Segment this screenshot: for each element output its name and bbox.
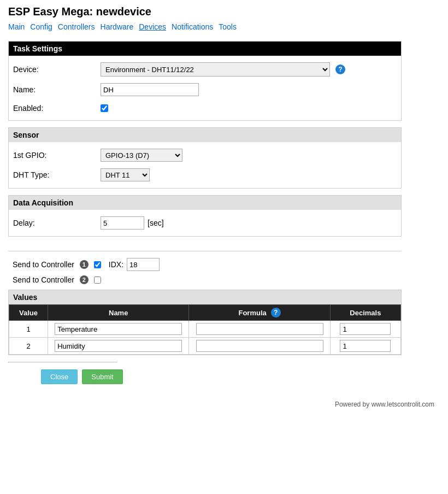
col-value: Value bbox=[9, 305, 48, 321]
row-decimals-cell-2[interactable] bbox=[330, 338, 400, 355]
nav-devices[interactable]: Devices bbox=[139, 22, 166, 31]
nav-notifications[interactable]: Notifications bbox=[172, 22, 213, 31]
col-decimals: Decimals bbox=[330, 305, 400, 321]
data-acquisition-header: Data Acquisition bbox=[9, 196, 401, 210]
enabled-checkbox[interactable] bbox=[101, 104, 108, 112]
row-decimals-cell-1[interactable] bbox=[330, 321, 400, 338]
sensor-section: Sensor 1st GPIO: GPIO-13 (D7) DHT Type: … bbox=[8, 127, 402, 189]
send-controller-2-label: Send to Controller bbox=[13, 275, 74, 284]
send-controller-1-label: Send to Controller bbox=[13, 260, 74, 269]
values-section: Values Value Name Formula ? Decimals bbox=[8, 290, 402, 355]
task-settings-header: Task Settings bbox=[9, 42, 401, 56]
row-formula-input-1[interactable] bbox=[196, 323, 323, 335]
row-name-input-2[interactable] bbox=[55, 340, 182, 352]
idx-label: IDX: bbox=[109, 260, 123, 269]
row-value-2: 2 bbox=[9, 338, 48, 355]
device-select[interactable]: Environment - DHT11/12/22 bbox=[101, 62, 330, 77]
send-controller-1-checkbox[interactable] bbox=[94, 261, 101, 268]
delay-input[interactable] bbox=[101, 216, 144, 230]
col-formula: Formula ? bbox=[189, 305, 330, 321]
row-decimals-input-2[interactable] bbox=[340, 340, 391, 352]
gpio-row: 1st GPIO: GPIO-13 (D7) bbox=[9, 145, 401, 165]
send-controller-1-row: Send to Controller 1 IDX: bbox=[8, 256, 402, 273]
action-buttons: Close Submit bbox=[8, 369, 440, 384]
dht-label: DHT Type: bbox=[13, 170, 101, 179]
page-title: ESP Easy Mega: newdevice bbox=[8, 5, 440, 18]
enabled-row: Enabled: bbox=[9, 99, 401, 117]
sensor-header: Sensor bbox=[9, 128, 401, 142]
data-acquisition-section: Data Acquisition Delay: [sec] bbox=[8, 195, 402, 237]
footer: Powered by www.letscontrolit.com bbox=[8, 401, 440, 408]
row-decimals-input-1[interactable] bbox=[340, 323, 391, 335]
controller-1-num: 1 bbox=[80, 260, 89, 269]
dht-row: DHT Type: DHT 11 bbox=[9, 165, 401, 185]
device-help-icon[interactable]: ? bbox=[335, 64, 345, 74]
col-name: Name bbox=[48, 305, 189, 321]
row-name-input-1[interactable] bbox=[55, 323, 182, 335]
name-input[interactable] bbox=[101, 83, 199, 96]
delay-unit: [sec] bbox=[148, 219, 164, 227]
nav-config[interactable]: Config bbox=[30, 22, 52, 31]
name-row: Name: bbox=[9, 80, 401, 99]
device-label: Device: bbox=[13, 65, 101, 74]
main-nav: Main Config Controllers Hardware Devices… bbox=[8, 22, 440, 31]
nav-tools[interactable]: Tools bbox=[219, 22, 237, 31]
values-header: Values bbox=[9, 290, 401, 304]
send-controller-2-checkbox[interactable] bbox=[94, 277, 101, 284]
row-name-cell-2[interactable] bbox=[48, 338, 189, 355]
table-row: 2 bbox=[9, 338, 401, 355]
gpio-select[interactable]: GPIO-13 (D7) bbox=[101, 149, 182, 162]
delay-label: Delay: bbox=[13, 219, 101, 227]
gpio-label: 1st GPIO: bbox=[13, 151, 101, 160]
nav-main[interactable]: Main bbox=[8, 22, 25, 31]
submit-button[interactable]: Submit bbox=[82, 369, 122, 384]
name-label: Name: bbox=[13, 85, 101, 94]
row-formula-input-2[interactable] bbox=[196, 340, 323, 352]
send-controller-2-row: Send to Controller 2 bbox=[8, 273, 402, 286]
controllers-area: Send to Controller 1 IDX: Send to Contro… bbox=[8, 243, 402, 290]
idx-input[interactable] bbox=[127, 258, 160, 271]
row-formula-cell-1[interactable] bbox=[189, 321, 330, 338]
device-select-wrap: Environment - DHT11/12/22 ? bbox=[101, 62, 345, 77]
row-value-1: 1 bbox=[9, 321, 48, 338]
nav-controllers[interactable]: Controllers bbox=[58, 22, 95, 31]
controller-2-num: 2 bbox=[80, 275, 89, 284]
dht-select[interactable]: DHT 11 bbox=[101, 168, 150, 181]
close-button[interactable]: Close bbox=[41, 369, 78, 384]
formula-help-icon[interactable]: ? bbox=[271, 308, 281, 317]
delay-row: Delay: [sec] bbox=[9, 213, 401, 233]
row-name-cell-1[interactable] bbox=[48, 321, 189, 338]
row-formula-cell-2[interactable] bbox=[189, 338, 330, 355]
nav-hardware[interactable]: Hardware bbox=[101, 22, 134, 31]
device-row: Device: Environment - DHT11/12/22 ? bbox=[9, 59, 401, 80]
enabled-label: Enabled: bbox=[13, 104, 101, 113]
task-settings-section: Task Settings Device: Environment - DHT1… bbox=[8, 41, 402, 121]
footer-text: Powered by www.letscontrolit.com bbox=[335, 401, 434, 408]
table-row: 1 bbox=[9, 321, 401, 338]
values-table: Value Name Formula ? Decimals 1 bbox=[9, 304, 401, 355]
